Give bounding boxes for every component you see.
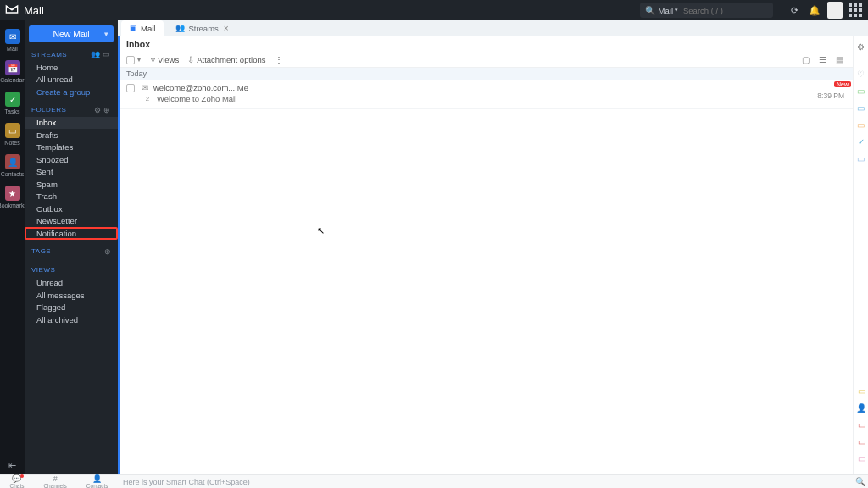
right-widget-rail: ⚙ ♡ ▭ ▭ ▭ ✓ ▭ ▭ 👤 ▭ ▭ ▭ [853, 36, 868, 474]
chat-search-icon[interactable]: 🔍 [853, 477, 868, 486]
sidebar-view-unread[interactable]: Unread [25, 277, 118, 290]
new-badge: New [834, 81, 851, 87]
sync-icon[interactable]: ⟳ [787, 3, 802, 18]
widget-bottom-5-icon[interactable]: ▭ [855, 452, 867, 464]
app-rail: ✉Mail 📅Calendar ✓Tasks ▭Notes 👤Contacts … [0, 20, 25, 474]
message-row[interactable]: New ✉ welcome@zoho.com... Me 2 Welcome t… [120, 80, 853, 109]
tab-mail[interactable]: ▣ Mail [121, 20, 164, 36]
rail-bookmarks[interactable]: ★Bookmarks [0, 182, 25, 214]
widget-check-icon[interactable]: ✓ [855, 136, 867, 147]
folder-title: Inbox [120, 36, 853, 53]
layout-toggle-1-icon[interactable]: ▢ [798, 53, 812, 67]
sidebar-folder-inbox[interactable]: Inbox [25, 117, 118, 130]
filter-icon: ▿ [151, 55, 155, 64]
rail-contacts[interactable]: 👤Contacts [0, 151, 25, 182]
sidebar-folder-drafts[interactable]: Drafts [25, 129, 118, 141]
attachment-options-button[interactable]: ⇩Attachment options [187, 55, 265, 64]
streams-section-header[interactable]: STREAMS 👥 ▭ [25, 47, 118, 61]
settings-gear-icon[interactable]: ⚙ [855, 41, 867, 53]
apps-grid-icon[interactable] [848, 3, 863, 18]
folders-settings-icon[interactable]: ⚙ ⊕ [94, 106, 111, 114]
sidebar-folder-trash[interactable]: Trash [25, 191, 118, 203]
widget-bottom-2-icon[interactable]: 👤 [855, 402, 867, 413]
close-tab-icon[interactable]: × [224, 24, 229, 33]
contacts-icon: 👤 [92, 475, 102, 483]
notification-bell-icon[interactable]: 🔔 [807, 3, 822, 18]
widget-bookmarks-icon[interactable]: ▭ [855, 152, 867, 164]
sidebar-view-flagged[interactable]: Flagged [25, 302, 118, 314]
global-search[interactable]: 🔍 Mail ▾ [640, 3, 773, 18]
list-toolbar: ▾ ▿Views ⇩Attachment options ⋮ ▢ ☰ ▤ [120, 53, 853, 68]
mail-brand-icon [5, 3, 19, 18]
widget-bottom-3-icon[interactable]: ▭ [855, 419, 867, 430]
views-section-header[interactable]: VIEWS [25, 263, 118, 277]
widget-notes-icon[interactable]: ▭ [855, 102, 867, 114]
search-scope-dropdown[interactable]: Mail ▾ [659, 6, 678, 15]
widget-contacts-icon[interactable]: ▭ [855, 119, 867, 130]
collapse-rail-icon[interactable]: ⇤ [0, 460, 25, 471]
channels-icon: # [53, 475, 58, 483]
select-dropdown-icon[interactable]: ▾ [137, 56, 141, 64]
views-button[interactable]: ▿Views [151, 55, 179, 64]
rail-tasks[interactable]: ✓Tasks [0, 88, 25, 119]
widget-bottom-4-icon[interactable]: ▭ [855, 435, 867, 447]
user-avatar[interactable] [827, 3, 843, 18]
message-subject: Welcome to Zoho Mail [157, 94, 236, 103]
message-checkbox[interactable] [126, 84, 135, 92]
mail-content: Inbox ▾ ▿Views ⇩Attachment options ⋮ ▢ ☰… [118, 36, 853, 474]
tags-section-header[interactable]: TAGS ⊕ [25, 245, 118, 258]
sidebar-view-all-messages[interactable]: All messages [25, 289, 118, 302]
add-tag-icon[interactable]: ⊕ [104, 247, 112, 256]
tab-streams[interactable]: 👥 Streams × [167, 20, 236, 36]
chevron-down-icon: ▾ [675, 7, 678, 14]
chat-icon: 💬 [12, 475, 21, 483]
chatbar-contacts[interactable]: 👤Contacts [86, 475, 108, 489]
chatbar-channels[interactable]: #Channels [43, 475, 66, 489]
mail-icon: ▣ [130, 24, 137, 32]
widget-calendar-icon[interactable]: ♡ [855, 68, 867, 80]
select-all-checkbox[interactable] [126, 56, 135, 64]
rail-mail[interactable]: ✉Mail [0, 25, 25, 57]
create-group-link[interactable]: Create a group [25, 86, 118, 98]
kebab-icon: ⋮ [275, 55, 283, 64]
sidebar: New Mail ▾ STREAMS 👥 ▭ Home All unread C… [25, 20, 118, 474]
chatbar-chats[interactable]: 💬Chats [9, 475, 24, 489]
sidebar-folder-notification[interactable]: Notification [25, 227, 118, 240]
rail-notes[interactable]: ▭Notes [0, 119, 25, 151]
tabs-row: ▣ Mail 👥 Streams × [118, 20, 868, 36]
layout-toggle-3-icon[interactable]: ▤ [832, 53, 846, 67]
widget-tasks-icon[interactable]: ▭ [855, 85, 867, 97]
streams-icon: 👥 [175, 24, 185, 32]
sidebar-folder-sent[interactable]: Sent [25, 166, 118, 179]
search-icon: 🔍 [645, 6, 655, 15]
attachment-icon: ⇩ [187, 55, 194, 64]
sidebar-folder-snoozed[interactable]: Snoozed [25, 153, 118, 166]
search-input[interactable] [683, 6, 768, 15]
message-from: welcome@zoho.com... Me [153, 83, 248, 92]
layout-toggle-2-icon[interactable]: ☰ [815, 53, 829, 67]
sidebar-folder-templates[interactable]: Templates [25, 141, 118, 154]
sidebar-item-all-unread[interactable]: All unread [25, 74, 118, 86]
sidebar-folder-outbox[interactable]: Outbox [25, 202, 118, 215]
sidebar-view-all-archived[interactable]: All archived [25, 313, 118, 326]
top-bar: Mail 🔍 Mail ▾ ⟳ 🔔 [0, 0, 868, 20]
sidebar-folder-newsletter[interactable]: NewsLetter [25, 215, 118, 228]
envelope-icon: ✉ [142, 83, 148, 92]
date-group-today: Today [120, 68, 853, 80]
chat-bar: 💬Chats #Channels 👤Contacts Here is your … [0, 474, 868, 488]
streams-settings-icon[interactable]: 👥 ▭ [91, 50, 111, 58]
more-options-button[interactable]: ⋮ [275, 55, 283, 64]
widget-bottom-1-icon[interactable]: ▭ [855, 385, 867, 396]
message-time: 8:39 PM [817, 92, 844, 100]
sidebar-item-home[interactable]: Home [25, 61, 118, 74]
rail-calendar[interactable]: 📅Calendar [0, 57, 25, 88]
chevron-down-icon[interactable]: ▾ [104, 30, 108, 38]
thread-count: 2 [143, 95, 152, 103]
smart-chat-placeholder[interactable]: Here is your Smart Chat (Ctrl+Space) [118, 478, 853, 486]
new-mail-button[interactable]: New Mail ▾ [29, 25, 114, 42]
folders-section-header[interactable]: FOLDERS ⚙ ⊕ [25, 103, 118, 117]
brand-title: Mail [24, 4, 44, 17]
sidebar-folder-spam[interactable]: Spam [25, 178, 118, 191]
